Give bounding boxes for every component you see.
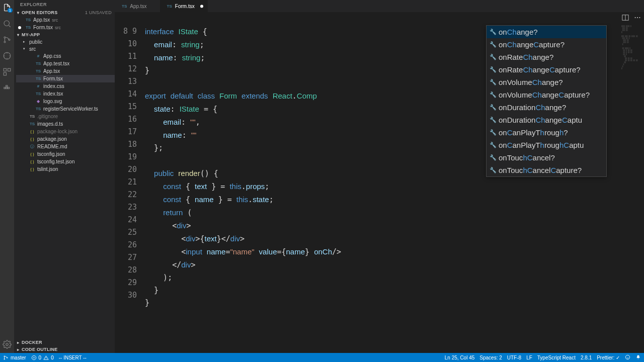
suggestion-item[interactable]: 🔧onVolumeChange? [487,76,606,88]
open-editor-item[interactable]: TSForm.tsx src [16,24,115,31]
svg-point-15 [637,17,638,18]
json-icon: { } [29,136,35,142]
ts-icon: TS [122,4,127,9]
svg-point-16 [639,17,640,18]
status-spaces[interactable]: Spaces: 2 [479,355,502,360]
status-branch[interactable]: master [3,355,26,360]
css-icon: # [35,53,41,59]
ts-icon: TS [35,61,41,67]
status-bar: master 0 0 -- INSERT -- Ln 25, Col 45 Sp… [0,353,644,362]
sidebar: EXPLORER ▾ OPEN EDITORS 1 UNSAVED TSApp.… [14,0,115,353]
suggestion-item[interactable]: 🔧onCanPlayThroughCaptu [487,139,606,151]
svg-point-0 [4,21,10,26]
source-control-icon[interactable] [3,35,12,44]
property-icon: 🔧 [490,88,496,101]
explorer-icon[interactable]: 1 [3,3,12,12]
file-item[interactable]: { }tslint.json [16,165,115,173]
ts-icon: TS [35,68,41,74]
settings-icon[interactable] [3,340,12,349]
debug-icon[interactable] [3,51,12,60]
status-feedback-icon[interactable] [625,354,630,361]
status-language[interactable]: TypeScript React [537,355,576,360]
folder-item[interactable]: ▾src [16,45,115,52]
file-item[interactable]: TSindex.tsx [16,90,115,98]
property-icon: 🔧 [490,76,496,88]
property-icon: 🔧 [490,139,496,151]
svg-rect-6 [8,68,11,71]
editor-area: TSApp.tsxTSForm.tsx 8 9 10 11 12 13 14 1… [115,0,644,353]
folder-item[interactable]: ▸public [16,38,115,45]
property-icon: 🔧 [490,101,496,114]
file-item[interactable]: { }tsconfig.json [16,150,115,158]
suggestion-item[interactable]: 🔧onChangeCapture? [487,38,606,51]
file-item[interactable]: #App.css [16,52,115,60]
file-item[interactable]: TS.gitignore [16,113,115,120]
suggestion-item[interactable]: 🔧onCanPlayThrough? [487,126,606,139]
ts-icon: TS [35,76,41,82]
svg-rect-11 [8,87,10,89]
status-ts-version[interactable]: 2.8.1 [581,355,592,360]
file-item[interactable]: ◆logo.svg [16,98,115,105]
status-vim-mode: -- INSERT -- [59,355,87,360]
sidebar-section-header[interactable]: ▸CODE OUTLINE [14,346,115,353]
file-item[interactable]: TSimages.d.ts [16,120,115,128]
svg-rect-9 [6,87,8,89]
svg-point-21 [625,355,629,359]
file-item[interactable]: TSApp.test.tsx [16,60,115,67]
docker-icon[interactable] [3,83,12,93]
svg-rect-10 [6,85,8,87]
suggestion-widget[interactable]: 🔧onChange?🔧onChangeCapture?🔧onRateChange… [486,25,607,177]
property-icon: 🔧 [490,63,496,76]
open-editor-item[interactable]: TSApp.tsx src [16,16,115,24]
ts-icon: TS [25,25,31,31]
json-icon: { } [29,166,35,172]
sidebar-section-header[interactable]: ▸DOCKER [14,339,115,346]
open-editors-header[interactable]: ▾ OPEN EDITORS 1 UNSAVED [14,9,115,16]
file-item[interactable]: #index.css [16,82,115,90]
file-item[interactable]: TSApp.tsx [16,67,115,75]
editor-tab[interactable]: TSForm.tsx [160,0,208,12]
svg-rect-7 [4,73,6,75]
suggestion-item[interactable]: 🔧onDurationChange? [487,101,606,114]
status-cursor[interactable]: Ln 25, Col 45 [445,355,475,360]
file-item[interactable]: { }package-lock.json [16,128,115,135]
suggestion-item[interactable]: 🔧onTouchCancelCapture? [487,164,606,176]
property-icon: 🔧 [490,26,496,38]
search-icon[interactable] [3,19,12,28]
svg-point-12 [6,343,9,346]
suggestion-item[interactable]: 🔧onVolumeChangeCapture? [487,88,606,101]
svg-point-17 [4,355,5,356]
suggestion-item[interactable]: 🔧onTouchCancel? [487,151,606,164]
extensions-icon[interactable] [3,67,12,76]
ts-icon: TS [25,17,31,23]
property-icon: 🔧 [490,114,496,126]
status-formatter[interactable]: Prettier: ✓ [597,355,620,360]
svg-point-18 [4,358,5,359]
activity-bar: 1 [0,0,14,353]
status-eol[interactable]: LF [526,355,532,360]
ts-icon: TS [167,4,172,9]
file-item[interactable]: { }package.json [16,135,115,143]
suggestion-item[interactable]: 🔧onChange? [487,26,606,38]
status-encoding[interactable]: UTF-8 [507,355,521,360]
svg-rect-8 [4,87,6,89]
ts-icon: TS [29,121,35,127]
svg-point-2 [4,41,6,43]
file-item[interactable]: { }tsconfig.test.json [16,158,115,165]
editor-title-actions [115,12,644,23]
svg-point-1 [4,37,6,38]
status-problems[interactable]: 0 0 [31,355,54,360]
suggestion-item[interactable]: 🔧onDurationChangeCaptu [487,114,606,126]
status-bell-icon[interactable] [635,354,641,361]
suggestion-item[interactable]: 🔧onRateChangeCapture? [487,63,606,76]
ts-icon: TS [35,91,41,97]
file-item[interactable]: ⓘREADME.md [16,143,115,150]
suggestion-item[interactable]: 🔧onRateChange? [487,51,606,63]
project-header[interactable]: ▾ MY-APP [14,31,115,38]
file-item[interactable]: TSForm.tsx [16,75,115,82]
svg-rect-5 [4,68,6,71]
editor-tab[interactable]: TSApp.tsx [115,0,160,12]
split-editor-icon[interactable] [622,14,629,21]
more-icon[interactable] [634,14,641,21]
file-item[interactable]: TSregisterServiceWorker.ts [16,105,115,113]
